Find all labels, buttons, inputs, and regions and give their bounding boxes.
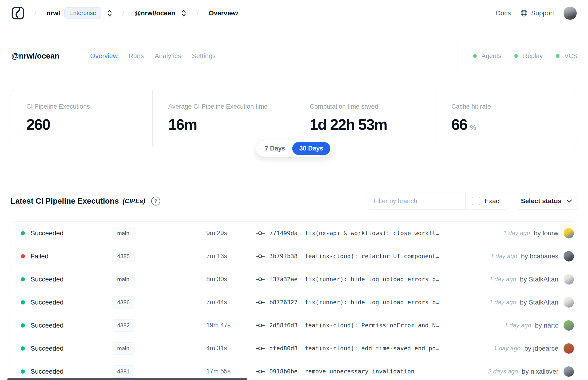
stat-label: Cache hit rate	[451, 103, 577, 110]
stat-card: Computation time saved 1d 22h 53m	[294, 90, 436, 147]
status-label: Succeeded	[31, 322, 63, 329]
nx-cloud-logo[interactable]	[11, 7, 24, 20]
avatar[interactable]	[564, 343, 574, 354]
service-status[interactable]: Replay	[514, 53, 543, 60]
status-dot	[21, 369, 25, 374]
avatar[interactable]	[564, 228, 574, 238]
table-row[interactable]: Succeeded 4386 7m 44s b8726327 fix(runne…	[11, 291, 577, 314]
page-title: @nrwl/ocean	[11, 52, 59, 60]
stat-card: Cache hit rate 66 %	[436, 90, 577, 147]
tab[interactable]: Runs	[128, 52, 144, 60]
stats-cards: CI Pipeline Executions 260 Average CI Pi…	[11, 90, 577, 147]
author: by lourw	[534, 229, 558, 237]
commit-message[interactable]: dfed80d3 feat(nx-cloud): add time-saved …	[269, 345, 439, 352]
exact-checkbox[interactable]	[472, 197, 480, 205]
docs-link[interactable]: Docs	[496, 9, 511, 17]
commit-message[interactable]: 2d58f6d3 feat(nx-cloud): PermissionError…	[269, 322, 439, 329]
duration: 4m 31s	[206, 345, 256, 352]
divider	[74, 48, 74, 63]
breadcrumb: / nrwl Enterprise / @nrwl/ocean / Overvi…	[24, 7, 238, 19]
status-dot	[21, 277, 25, 282]
commit-message[interactable]: f37a32ae fix(runner): hide log upload er…	[269, 276, 439, 283]
status-select-dropdown[interactable]: Select status	[516, 192, 577, 209]
avatar[interactable]	[564, 251, 574, 262]
help-icon[interactable]: ?	[151, 197, 160, 206]
status-dot	[556, 54, 560, 58]
avatar[interactable]	[564, 297, 574, 307]
tab[interactable]: Analytics	[155, 52, 181, 60]
range-option[interactable]: 30 Days	[292, 142, 330, 155]
stat-card: CI Pipeline Executions 260	[11, 90, 152, 147]
author: by bcabanes	[521, 252, 558, 260]
status-dot	[21, 323, 25, 327]
horizontal-scrollbar-thumb[interactable]	[7, 378, 247, 380]
git-commit-icon	[256, 369, 265, 374]
time-ago: 1 day ago	[494, 345, 520, 352]
top-nav: / nrwl Enterprise / @nrwl/ocean / Overvi…	[0, 0, 588, 26]
branch-badge[interactable]: 4386	[112, 296, 135, 308]
branch-badge[interactable]: main	[112, 273, 135, 285]
branch-badge[interactable]: 4381	[112, 365, 135, 378]
stat-label: Computation time saved	[310, 103, 436, 110]
branch-badge[interactable]: main	[112, 227, 135, 239]
service-status[interactable]: VCS	[556, 53, 577, 60]
avatar[interactable]	[564, 366, 574, 377]
breadcrumb-separator: /	[196, 8, 199, 18]
duration: 9m 29s	[206, 229, 256, 237]
avatar[interactable]	[564, 320, 574, 331]
commit-message[interactable]: b8726327 fix(runner): hide log upload er…	[269, 299, 439, 306]
org-selector-chevrons-icon[interactable]	[107, 9, 113, 17]
commit-message[interactable]: 0918b0be remove unnecessary invalidation	[269, 368, 415, 375]
stat-value: 1d 22h 53m	[310, 116, 387, 133]
time-ago: 1 day ago	[503, 229, 530, 237]
avatar[interactable]	[564, 274, 574, 285]
author: by jdpearce	[524, 345, 558, 352]
workspace-header: @nrwl/ocean Overview Runs Analytics Sett…	[11, 45, 577, 67]
commit-message[interactable]: 771499da fix(nx-api & workflows): close …	[269, 230, 439, 237]
branch-badge[interactable]: main	[112, 342, 135, 355]
workspace-selector-chevrons-icon[interactable]	[181, 9, 187, 17]
table-row[interactable]: Succeeded main 8m 30s f37a32ae fix(runne…	[11, 268, 577, 291]
stat-value: 66	[451, 116, 467, 133]
stat-label: CI Pipeline Executions	[26, 103, 152, 110]
service-label: Replay	[523, 53, 543, 60]
status-label: Succeeded	[31, 276, 63, 283]
commit-message[interactable]: 3b79fb38 feat(nx-cloud): refactor UI com…	[269, 253, 439, 260]
git-commit-icon	[256, 277, 265, 282]
git-commit-icon	[256, 323, 265, 328]
author: by nixallover	[522, 368, 558, 375]
table-row[interactable]: Succeeded 4381 17m 55s 0918b0be remove u…	[11, 360, 577, 380]
breadcrumb-workspace[interactable]: @nrwl/ocean	[134, 9, 175, 17]
branch-badge[interactable]: 4385	[112, 250, 135, 263]
date-range-toggle: 7 Days 30 Days	[256, 140, 332, 157]
status-dot	[21, 254, 25, 258]
status-label: Succeeded	[31, 345, 63, 352]
exact-label: Exact	[485, 197, 501, 205]
branch-filter-input[interactable]	[367, 193, 465, 209]
section-title: Latest CI Pipeline Executions	[11, 197, 119, 206]
status-dot	[21, 231, 25, 235]
branch-badge[interactable]: 4382	[112, 319, 135, 332]
lifebuoy-icon	[520, 9, 528, 17]
breadcrumb-page: Overview	[209, 9, 238, 17]
status-label: Failed	[31, 252, 48, 260]
time-ago: 1 day ago	[489, 299, 516, 306]
support-link[interactable]: Support	[520, 9, 554, 17]
user-avatar[interactable]	[564, 7, 577, 20]
tab[interactable]: Overview	[90, 52, 118, 60]
breadcrumb-org[interactable]: nrwl	[47, 9, 60, 17]
stat-value: 16m	[168, 116, 197, 133]
table-row[interactable]: Succeeded main 4m 31s dfed80d3 feat(nx-c…	[11, 337, 577, 360]
status-label: Succeeded	[31, 299, 63, 306]
service-status[interactable]: Agents	[473, 53, 501, 60]
status-label: Succeeded	[31, 368, 63, 375]
author: by StalkAltan	[520, 276, 558, 283]
tab[interactable]: Settings	[192, 52, 216, 60]
range-option[interactable]: 7 Days	[258, 142, 292, 155]
table-row[interactable]: Failed 4385 7m 13s 3b79fb38 feat(nx-clou…	[11, 245, 577, 268]
service-label: VCS	[564, 53, 577, 60]
enterprise-badge: Enterprise	[64, 7, 101, 19]
table-row[interactable]: Succeeded 4382 19m 47s 2d58f6d3 feat(nx-…	[11, 314, 577, 337]
time-ago: 2 days ago	[488, 368, 518, 375]
table-row[interactable]: Succeeded main 9m 29s 771499da fix(nx-ap…	[11, 222, 577, 245]
